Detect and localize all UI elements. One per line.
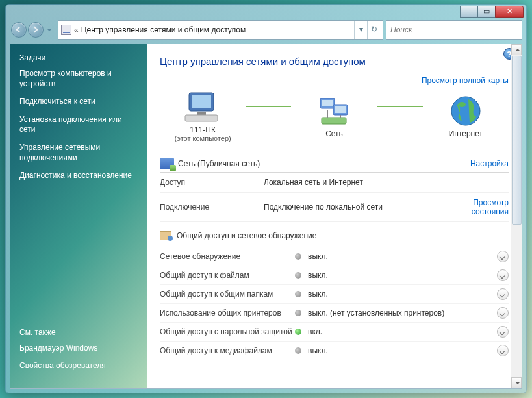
search-input[interactable] [390,25,518,34]
sharing-value: вкл. [308,327,497,336]
status-dot-icon [295,291,301,297]
sharing-row-file: Общий доступ к файлам выкл. [160,266,509,284]
close-button[interactable]: ✕ [495,6,524,18]
status-dot-icon [295,272,301,279]
map-connector-1 [246,106,291,107]
map-pc-sublabel: (этот компьютер) [160,134,246,142]
network-section-title: Сеть (Публичная сеть) [178,159,260,168]
expand-button[interactable] [497,251,509,262]
svg-rect-3 [185,115,218,121]
window-controls: — ▭ ✕ [461,6,524,18]
explorer-window: — ▭ ✕ « Центр управления сетями и общим … [5,4,527,393]
sharing-row-public: Общий доступ к общим папкам выкл. [160,284,509,303]
sharing-name: Сетевое обнаружение [160,252,295,261]
map-node-pc: 111-ПК (этот компьютер) [160,89,246,142]
status-dot-icon [295,329,301,335]
sidebar-item-view-computers[interactable]: Просмотр компьютеров и устройств [19,69,138,89]
sharing-section-title: Общий доступ и сетевое обнаружение [177,231,316,240]
customize-link[interactable]: Настройка [470,159,509,168]
forward-button[interactable] [28,22,44,38]
status-dot-icon [295,347,301,354]
sharing-section-header: Общий доступ и сетевое обнаружение [160,222,509,247]
sidebar-item-connect-network[interactable]: Подключиться к сети [19,97,138,107]
refresh-button[interactable]: ↻ [367,21,380,39]
network-row-access: Доступ Локальная сеть и Интернет [160,173,509,193]
sharing-name: Использование общих принтеров [160,308,295,317]
control-panel-icon [61,25,71,35]
sidebar-item-firewall[interactable]: Брандмауэр Windows [19,343,138,354]
network-icon [160,158,174,169]
svg-rect-7 [335,106,346,113]
titlebar: — ▭ ✕ [10,8,522,20]
breadcrumb-title: Центр управления сетями и общим доступом [81,25,246,34]
sidebar-item-diagnose-repair[interactable]: Диагностика и восстановление [19,171,138,181]
search-box[interactable] [386,20,522,40]
svg-rect-2 [197,112,206,115]
view-status-link[interactable]: Просмотр состояния [450,198,509,216]
page-title: Центр управления сетями и общим доступом [160,56,509,67]
svg-rect-5 [322,100,333,106]
window-frame: — ▭ ✕ « Центр управления сетями и общим … [6,5,526,393]
expand-button[interactable] [497,326,509,338]
row-key: Доступ [160,178,264,187]
maximize-button[interactable]: ▭ [477,6,496,18]
vertical-scrollbar[interactable] [511,44,522,388]
sharing-value: выкл. [308,271,497,280]
nav-buttons [10,20,55,40]
expand-button[interactable] [497,269,509,281]
map-pc-label: 111-ПК [160,125,246,134]
sharing-value: выкл. [308,252,497,261]
map-node-internet: Интернет [423,93,509,138]
map-internet-label: Интернет [423,129,509,138]
expand-button[interactable] [497,288,509,300]
see-also-heading: См. также [19,328,138,337]
svg-rect-8 [322,118,346,124]
sharing-name: Общий доступ с парольной защитой [160,327,295,336]
row-key: Подключение [160,203,264,212]
main-panel: ? Центр управления сетями и общим доступ… [147,44,522,388]
network-hub-icon [318,98,350,127]
sidebar-item-internet-options[interactable]: Свойства обозревателя [19,361,138,371]
content-area: Задачи Просмотр компьютеров и устройств … [10,44,522,389]
map-node-network: Сеть [291,93,377,138]
scroll-down-button[interactable] [511,377,522,388]
expand-button[interactable] [497,307,509,319]
sharing-name: Общий доступ к файлам [160,271,295,280]
status-dot-icon [295,253,301,260]
scroll-up-button[interactable] [511,44,522,55]
nav-history-dropdown[interactable] [45,22,54,38]
sharing-value: выкл. (нет установленных принтеров) [308,308,497,317]
tasks-heading: Задачи [19,53,138,62]
sharing-name: Общий доступ к медиафайлам [160,346,295,355]
sidebar-item-setup-connection[interactable]: Установка подключения или сети [19,115,138,135]
sharing-row-discovery: Сетевое обнаружение выкл. [160,247,509,266]
row-value: Локальная сеть и Интернет [264,178,450,187]
minimize-button[interactable]: — [460,6,478,18]
sharing-row-media: Общий доступ к медиафайлам выкл. [160,341,509,360]
map-connector-2 [377,106,423,107]
network-section-header: Сеть (Публичная сеть) Настройка [160,154,509,173]
sidebar-item-manage-connections[interactable]: Управление сетевыми подключениями [19,143,138,163]
row-value: Подключение по локальной сети [264,203,450,212]
address-bar[interactable]: « Центр управления сетями и общим доступ… [58,20,383,40]
sharing-list: Сетевое обнаружение выкл. Общий доступ к… [160,247,509,360]
computer-icon [184,92,222,123]
scroll-thumb[interactable] [512,56,522,225]
back-button[interactable] [11,22,27,38]
sharing-value: выкл. [308,290,497,299]
svg-rect-1 [192,95,211,108]
sharing-icon [160,231,171,240]
tasks-sidebar: Задачи Просмотр компьютеров и устройств … [10,44,147,388]
address-dropdown-icon[interactable]: ▾ [354,21,367,39]
svg-point-13 [458,102,466,107]
network-row-connection: Подключение Подключение по локальной сет… [160,193,509,222]
map-network-label: Сеть [291,129,377,138]
expand-button[interactable] [497,345,509,356]
network-map: 111-ПК (этот компьютер) [160,89,509,142]
sharing-row-password: Общий доступ с парольной защитой вкл. [160,322,509,341]
breadcrumb-prefix: « [74,25,79,34]
sharing-name: Общий доступ к общим папкам [160,290,295,299]
sharing-row-printer: Использование общих принтеров выкл. (нет… [160,303,509,322]
view-full-map-link[interactable]: Просмотр полной карты [422,76,509,85]
sharing-value: выкл. [308,346,497,355]
